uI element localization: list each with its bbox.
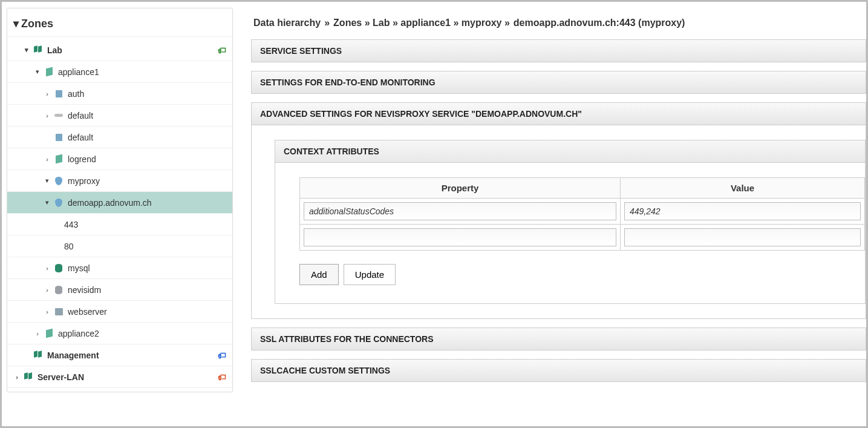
breadcrumb-link[interactable]: Zones xyxy=(333,18,362,28)
breadcrumb-link[interactable]: myproxy xyxy=(462,18,502,28)
chevron-right-icon[interactable]: › xyxy=(13,374,21,381)
breadcrumb-root[interactable]: Data hierarchy xyxy=(253,18,321,28)
shield-icon xyxy=(53,176,64,186)
chevron-down-icon[interactable]: ▾ xyxy=(44,199,51,206)
dbgrey-icon xyxy=(53,285,64,295)
tree-item-label: default xyxy=(68,111,226,120)
table-row xyxy=(300,199,865,225)
tree-item[interactable]: ▾Lab🏷 xyxy=(7,39,232,61)
tree-item-label: Server-LAN xyxy=(38,372,218,382)
tree-item[interactable]: 443 xyxy=(7,214,232,235)
tree-item[interactable]: 80 xyxy=(7,235,232,257)
tree-item[interactable]: ▾appliance1 xyxy=(7,61,232,83)
panel-service-settings[interactable]: Service Settings xyxy=(251,39,866,62)
sidebar-title-row[interactable]: ▾ Zones xyxy=(7,12,232,37)
tree-item-label: nevisidm xyxy=(68,285,226,295)
tree-item[interactable]: ▾myproxy xyxy=(7,170,232,192)
add-button[interactable]: Add xyxy=(299,264,339,285)
chevron-right-icon[interactable]: › xyxy=(44,156,51,163)
tree-item[interactable]: ›mysql xyxy=(7,257,232,279)
panel-e2e-monitoring[interactable]: Settings for End-to-End Monitoring xyxy=(251,71,866,94)
panel-ssl-connectors[interactable]: SSL attributes for the connectors xyxy=(251,328,866,351)
tree-item-label: 80 xyxy=(64,242,226,251)
context-attributes-actions: Add Update xyxy=(299,264,865,285)
chevron-right-icon[interactable]: › xyxy=(44,308,51,315)
col-property: Property xyxy=(300,178,621,199)
lock-icon xyxy=(53,132,64,143)
sidebar: ▾ Zones ▾Lab🏷▾appliance1›auth›defaultdef… xyxy=(2,2,238,426)
breadcrumb: Data hierarchy » Zones » Lab » appliance… xyxy=(253,18,866,28)
breadcrumb-separator: » xyxy=(365,18,373,28)
panel-sslcache[interactable]: SSLCache custom settings xyxy=(251,359,866,382)
cubes-icon xyxy=(23,372,34,383)
col-value: Value xyxy=(621,178,865,199)
shield-icon xyxy=(53,197,64,208)
chevron-right-icon[interactable]: › xyxy=(44,90,51,97)
srv-icon xyxy=(53,306,64,317)
update-button[interactable]: Update xyxy=(344,264,396,285)
tree-item[interactable]: default xyxy=(7,127,232,148)
tree-item[interactable]: ›nevisidm xyxy=(7,279,232,301)
panel-advanced-settings[interactable]: Advanced settings for nevisProxy service… xyxy=(251,102,866,125)
subpanel-context-attributes-body: Property Value Add Update xyxy=(275,163,866,304)
key-icon xyxy=(53,110,64,121)
tag-icon: 🏷 xyxy=(218,372,226,382)
tag-icon: 🏷 xyxy=(218,45,226,55)
cube-icon xyxy=(44,328,54,339)
cubes-icon xyxy=(33,45,44,56)
tree-item-label: auth xyxy=(68,89,226,99)
tree-item-label: myproxy xyxy=(68,176,226,186)
main-content: Data hierarchy » Zones » Lab » appliance… xyxy=(238,2,866,426)
tree-item[interactable]: ›auth xyxy=(7,83,232,105)
tag-icon: 🏷 xyxy=(218,351,226,360)
breadcrumb-separator: » xyxy=(393,18,400,28)
tree-item[interactable]: ▾demoapp.adnovum.ch xyxy=(7,192,232,214)
db-icon xyxy=(53,263,64,274)
sidebar-title: Zones xyxy=(21,18,53,30)
cube-icon xyxy=(53,154,64,165)
chevron-right-icon[interactable]: › xyxy=(34,330,41,337)
tree-item[interactable]: ›webserver xyxy=(7,301,232,323)
tree-item[interactable]: ›logrend xyxy=(7,148,232,170)
tree-item-label: appliance1 xyxy=(58,67,226,77)
breadcrumb-link[interactable]: Lab xyxy=(373,18,390,28)
tree: ▾Lab🏷▾appliance1›auth›defaultdefault›log… xyxy=(7,39,232,388)
chevron-right-icon[interactable]: › xyxy=(44,112,51,119)
tree-item-label: Management xyxy=(47,351,218,360)
tree-item[interactable]: ›appliance2 xyxy=(7,323,232,344)
tree-item-label: Lab xyxy=(47,45,218,55)
chevron-right-icon[interactable]: › xyxy=(44,265,51,272)
tree-item-label: 443 xyxy=(64,220,226,229)
tree-item[interactable]: ›default xyxy=(7,105,232,127)
tree-item-label: webserver xyxy=(68,307,226,317)
chevron-down-icon[interactable]: ▾ xyxy=(23,46,30,54)
chevron-down-icon: ▾ xyxy=(13,17,19,30)
table-row xyxy=(300,225,865,251)
tree-item-label: appliance2 xyxy=(58,329,226,338)
panel-advanced-settings-body: Context attributes Property Value Add Up… xyxy=(251,125,866,319)
tree-item-label: default xyxy=(68,133,226,142)
breadcrumb-separator: » xyxy=(504,18,510,28)
breadcrumb-separator: » xyxy=(324,18,330,28)
breadcrumb-separator: » xyxy=(453,18,461,28)
property-input[interactable] xyxy=(304,228,616,246)
value-input[interactable] xyxy=(624,228,861,246)
sidebar-card: ▾ Zones ▾Lab🏷▾appliance1›auth›defaultdef… xyxy=(7,8,233,392)
context-attributes-table: Property Value xyxy=(299,177,865,251)
chevron-down-icon[interactable]: ▾ xyxy=(44,177,51,185)
property-input[interactable] xyxy=(304,202,616,220)
cubes-icon xyxy=(33,350,44,361)
tree-item-label: demoapp.adnovum.ch xyxy=(68,198,226,208)
value-input[interactable] xyxy=(624,202,861,220)
lock-icon xyxy=(53,88,64,99)
tree-item-label: logrend xyxy=(68,154,226,164)
subpanel-context-attributes[interactable]: Context attributes xyxy=(275,140,866,163)
tree-item[interactable]: Management🏷 xyxy=(7,344,232,366)
tree-item-label: mysql xyxy=(68,263,226,273)
chevron-down-icon[interactable]: ▾ xyxy=(34,68,41,76)
tree-item[interactable]: ›Server-LAN🏷 xyxy=(7,366,232,388)
cube-icon xyxy=(44,67,54,77)
chevron-right-icon[interactable]: › xyxy=(44,286,51,294)
breadcrumb-current: demoapp.adnovum.ch:443 (myproxy) xyxy=(514,18,685,28)
breadcrumb-link[interactable]: appliance1 xyxy=(400,18,451,28)
